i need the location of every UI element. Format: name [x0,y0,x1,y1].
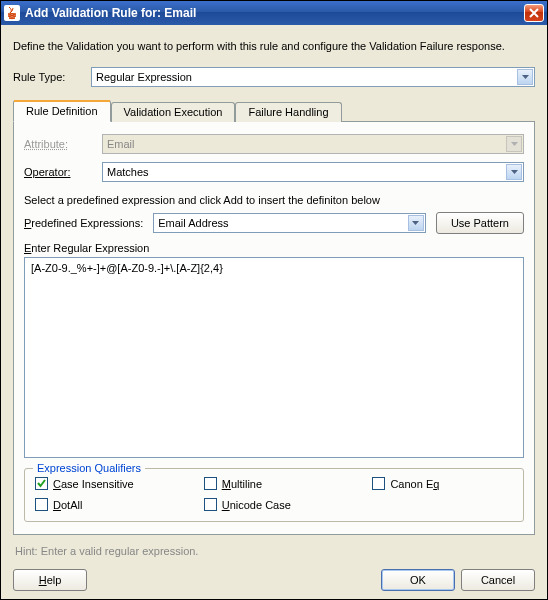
window-title: Add Validation Rule for: Email [25,6,196,20]
predefined-value: Email Address [158,217,228,229]
chevron-down-icon [517,69,533,85]
hint-text: Hint: Enter a valid regular expression. [15,545,535,557]
tab-panel: Attribute: Email Operator: Matches Selec… [13,121,535,535]
qualifiers-legend: Expression Qualifiers [33,462,145,474]
regex-input[interactable] [24,257,524,458]
operator-row: Operator: Matches [24,162,524,182]
operator-value: Matches [107,166,149,178]
qualifiers-group: Expression Qualifiers Case Insensitive M… [24,468,524,522]
rule-type-label: Rule Type: [13,71,91,83]
attribute-row: Attribute: Email [24,134,524,154]
predefined-row: Predefined Expressions: Email Address Us… [24,212,524,234]
close-button[interactable] [524,4,544,22]
use-pattern-button[interactable]: Use Pattern [436,212,524,234]
checkbox-icon [35,498,48,511]
attribute-dropdown: Email [102,134,524,154]
titlebar: Add Validation Rule for: Email [1,1,547,25]
predefined-dropdown[interactable]: Email Address [153,213,426,233]
checkbox-unicode-case[interactable]: Unicode Case [204,498,373,511]
checkbox-dotall[interactable]: DotAll [35,498,204,511]
checkbox-icon [35,477,48,490]
tab-failure-handling[interactable]: Failure Handling [235,102,341,122]
attribute-value: Email [107,138,135,150]
checkbox-icon [204,477,217,490]
attribute-label: Attribute: [24,138,102,150]
checkbox-multiline[interactable]: Multiline [204,477,373,490]
ok-button[interactable]: OK [381,569,455,591]
checkbox-icon [372,477,385,490]
java-icon [4,5,20,21]
tab-strip: Rule Definition Validation Execution Fai… [13,100,535,122]
checkbox-canon-eq[interactable]: Canon Eq [372,477,513,490]
chevron-down-icon [506,164,522,180]
rule-type-dropdown[interactable]: Regular Expression [91,67,535,87]
intro-text: Define the Validation you want to perfor… [13,40,535,52]
rule-type-value: Regular Expression [96,71,192,83]
dialog-content: Define the Validation you want to perfor… [1,25,547,600]
predefined-label: Predefined Expressions: [24,217,143,229]
operator-dropdown[interactable]: Matches [102,162,524,182]
dialog-footer: Help OK Cancel [13,569,535,591]
checkbox-icon [204,498,217,511]
tab-rule-definition[interactable]: Rule Definition [13,100,111,122]
checkbox-case-insensitive[interactable]: Case Insensitive [35,477,204,490]
close-icon [529,8,539,18]
select-text: Select a predefined expression and click… [24,194,524,206]
enter-regex-label: Enter Regular Expression [24,242,524,254]
chevron-down-icon [506,136,522,152]
operator-label: Operator: [24,166,102,178]
rule-type-row: Rule Type: Regular Expression [13,67,535,87]
tab-validation-execution[interactable]: Validation Execution [111,102,236,122]
help-button[interactable]: Help [13,569,87,591]
chevron-down-icon [408,215,424,231]
cancel-button[interactable]: Cancel [461,569,535,591]
